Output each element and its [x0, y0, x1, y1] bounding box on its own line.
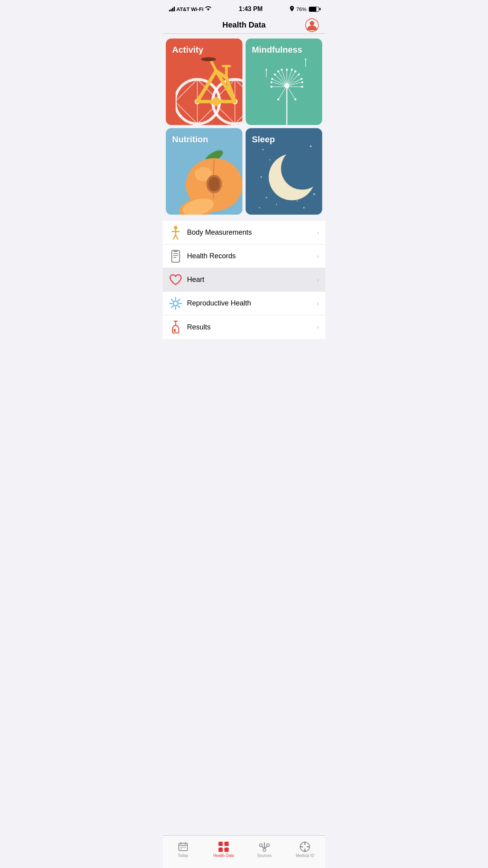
svg-point-80 — [297, 200, 298, 202]
results-label: Results — [187, 323, 317, 331]
profile-avatar-button[interactable] — [305, 18, 319, 32]
svg-point-1 — [310, 21, 314, 25]
wifi-icon — [205, 6, 211, 12]
svg-point-46 — [277, 70, 279, 72]
svg-line-101 — [172, 306, 173, 307]
signal-icon — [169, 7, 175, 11]
location-icon — [290, 6, 294, 13]
nutrition-label: Nutrition — [172, 134, 208, 145]
svg-point-48 — [274, 74, 276, 75]
mindfulness-card[interactable]: Mindfulness — [246, 39, 322, 125]
svg-point-42 — [286, 69, 288, 71]
svg-point-68 — [209, 177, 220, 191]
svg-line-12 — [235, 101, 242, 124]
svg-line-31 — [288, 88, 295, 99]
svg-point-47 — [298, 74, 300, 75]
mindfulness-label: Mindfulness — [252, 45, 302, 55]
svg-point-76 — [313, 193, 315, 195]
svg-point-75 — [266, 197, 267, 198]
svg-point-50 — [271, 78, 273, 80]
svg-point-44 — [281, 69, 283, 71]
health-records-item[interactable]: Health Records › — [163, 245, 325, 268]
records-icon — [169, 250, 182, 263]
svg-point-77 — [276, 204, 277, 205]
health-list: Body Measurements › Health Records › — [163, 221, 325, 339]
results-item[interactable]: Results › — [163, 315, 325, 339]
category-grid: Activity — [163, 34, 325, 218]
heart-icon — [169, 273, 182, 287]
svg-point-58 — [305, 59, 306, 60]
svg-point-49 — [301, 78, 303, 80]
svg-point-55 — [294, 98, 296, 100]
svg-line-98 — [172, 299, 173, 301]
svg-point-60 — [266, 69, 267, 70]
svg-rect-92 — [174, 250, 178, 252]
svg-line-35 — [278, 88, 285, 99]
svg-point-52 — [270, 81, 272, 83]
svg-line-11 — [235, 79, 242, 102]
time-display: 1:43 PM — [239, 6, 262, 13]
svg-line-100 — [178, 299, 180, 301]
reproductive-health-item[interactable]: Reproductive Health › — [163, 292, 325, 315]
battery-icon — [309, 7, 319, 12]
svg-rect-103 — [174, 329, 176, 332]
svg-rect-88 — [172, 250, 180, 262]
page-title: Health Data — [222, 20, 266, 29]
svg-point-45 — [294, 70, 296, 72]
svg-point-69 — [262, 149, 263, 150]
results-icon — [169, 320, 182, 334]
svg-point-53 — [301, 86, 303, 88]
svg-point-70 — [310, 145, 312, 147]
nav-bar: Health Data — [163, 17, 325, 34]
status-left: AT&T Wi-Fi — [169, 6, 211, 12]
svg-point-20 — [201, 57, 216, 61]
svg-line-99 — [178, 306, 180, 307]
svg-point-72 — [261, 177, 262, 178]
svg-point-51 — [301, 81, 303, 83]
svg-point-78 — [303, 207, 305, 208]
body-icon — [169, 226, 182, 239]
svg-point-79 — [259, 207, 260, 208]
heart-item[interactable]: Heart › — [163, 268, 325, 292]
chevron-icon: › — [317, 276, 319, 283]
body-measurements-item[interactable]: Body Measurements › — [163, 221, 325, 245]
activity-card[interactable]: Activity — [166, 39, 242, 125]
chevron-icon: › — [317, 229, 319, 236]
chevron-icon: › — [317, 253, 319, 260]
heart-label: Heart — [187, 276, 317, 284]
svg-line-87 — [176, 235, 178, 239]
battery-percentage: 76% — [296, 6, 306, 12]
svg-point-43 — [291, 69, 293, 71]
sleep-label: Sleep — [252, 134, 275, 145]
svg-point-54 — [270, 86, 272, 88]
nutrition-card[interactable]: Nutrition — [166, 128, 242, 215]
sleep-card[interactable]: Sleep — [246, 128, 322, 215]
svg-line-19 — [211, 61, 216, 71]
reproductive-health-label: Reproductive Health — [187, 299, 317, 307]
chevron-icon: › — [317, 300, 319, 307]
health-records-label: Health Records — [187, 252, 317, 260]
svg-point-82 — [281, 147, 322, 190]
chevron-icon: › — [317, 324, 319, 331]
svg-point-56 — [277, 98, 279, 100]
svg-line-86 — [173, 235, 176, 239]
carrier-label: AT&T Wi-Fi — [176, 6, 204, 12]
activity-label: Activity — [172, 45, 203, 55]
status-right: 76% — [290, 6, 319, 13]
body-measurements-label: Body Measurements — [187, 228, 317, 237]
svg-point-73 — [269, 160, 270, 161]
repro-icon — [169, 297, 182, 310]
status-bar: AT&T Wi-Fi 1:43 PM 76% — [163, 0, 325, 17]
svg-point-93 — [173, 301, 178, 306]
svg-point-26 — [284, 83, 290, 88]
